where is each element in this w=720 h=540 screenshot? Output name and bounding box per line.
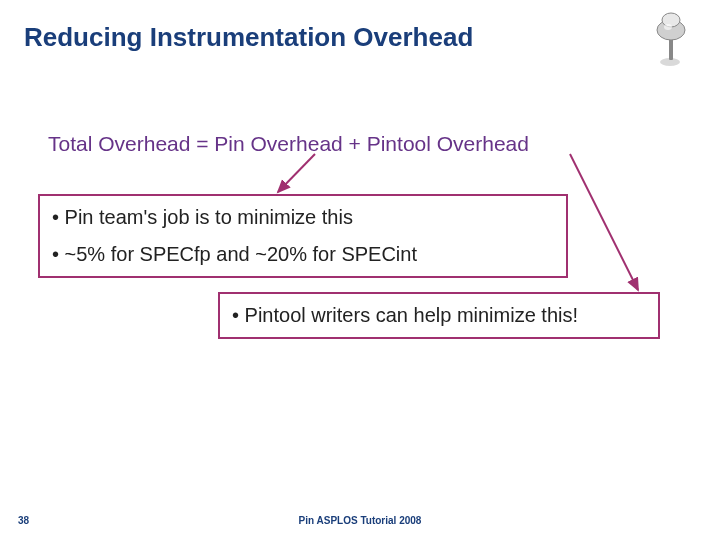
svg-rect-1: [669, 38, 673, 60]
equation-text: Total Overhead = Pin Overhead + Pintool …: [48, 132, 529, 156]
arrow-pin-overhead: [270, 150, 330, 198]
box1-line1: • Pin team's job is to minimize this: [52, 206, 554, 229]
slide-title: Reducing Instrumentation Overhead: [24, 22, 473, 53]
svg-line-6: [570, 154, 638, 290]
callout-box-pin-overhead: • Pin team's job is to minimize this • ~…: [38, 194, 568, 278]
footer-text: Pin ASPLOS Tutorial 2008: [0, 515, 720, 526]
svg-point-3: [662, 13, 680, 27]
svg-line-5: [278, 154, 315, 192]
pushpin-icon: [642, 10, 702, 70]
box1-line2: • ~5% for SPECfp and ~20% for SPECint: [52, 243, 554, 266]
callout-box-pintool-overhead: • Pintool writers can help minimize this…: [218, 292, 660, 339]
box2-line1: • Pintool writers can help minimize this…: [232, 304, 646, 327]
svg-point-4: [664, 24, 672, 30]
